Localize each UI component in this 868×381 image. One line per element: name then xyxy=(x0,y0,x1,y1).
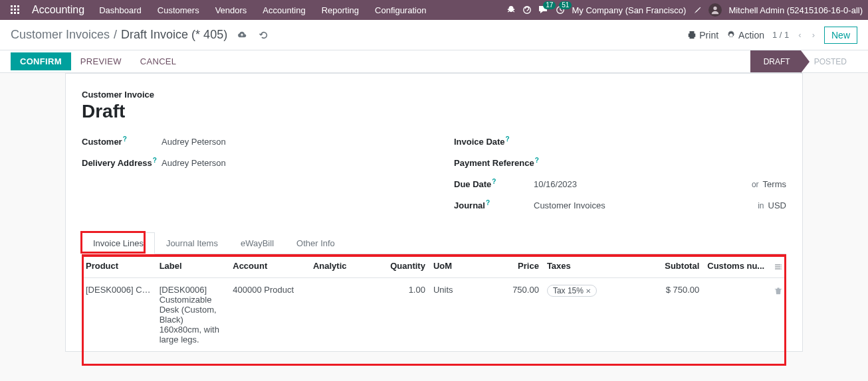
svg-rect-6 xyxy=(11,12,13,14)
tax-tag[interactable]: Tax 15%✕ xyxy=(547,285,597,297)
control-bar: Customer Invoices / Draft Invoice (* 405… xyxy=(0,20,868,50)
delivery-address-label: Delivery Address? xyxy=(82,157,162,168)
company-switcher[interactable]: My Company (San Francisco) xyxy=(572,5,686,15)
external-link-icon[interactable]: ➔ xyxy=(152,285,155,295)
col-taxes[interactable]: Taxes xyxy=(543,254,637,278)
svg-rect-2 xyxy=(17,5,19,7)
col-account[interactable]: Account xyxy=(229,254,309,278)
menu-configuration[interactable]: Configuration xyxy=(367,5,434,15)
cancel-button[interactable]: Cancel xyxy=(131,52,186,70)
svg-rect-5 xyxy=(17,9,19,11)
payment-reference-label: Payment Reference? xyxy=(454,157,547,168)
new-button[interactable]: New xyxy=(824,27,857,44)
status-bar: Confirm Preview Cancel DRAFT POSTED xyxy=(0,50,868,73)
menu-dashboard[interactable]: Dashboard xyxy=(91,5,150,15)
journal-label: Journal? xyxy=(454,199,534,210)
bug-icon[interactable] xyxy=(506,5,516,15)
invoice-lines-table: Product Label Account Analytic Quantity … xyxy=(82,254,786,351)
col-analytic[interactable]: Analytic xyxy=(309,254,376,278)
col-price[interactable]: Price xyxy=(476,254,543,278)
menu-reporting[interactable]: Reporting xyxy=(314,5,367,15)
notebook-tabs: Invoice Lines Journal Items eWayBill Oth… xyxy=(82,232,786,254)
systray: 17 51 My Company (San Francisco) Mitchel… xyxy=(506,3,863,17)
breadcrumb: Customer Invoices / Draft Invoice (* 405… xyxy=(11,28,227,42)
discard-icon[interactable] xyxy=(259,29,269,41)
col-subtotal[interactable]: Subtotal xyxy=(637,254,704,278)
delete-row-icon[interactable] xyxy=(770,278,786,352)
cell-account[interactable]: 400000 Product xyxy=(229,278,309,352)
apps-icon[interactable] xyxy=(5,5,25,15)
svg-point-9 xyxy=(524,7,531,14)
user-avatar[interactable] xyxy=(708,3,722,17)
col-label[interactable]: Label xyxy=(156,254,229,278)
journal-in: in xyxy=(754,201,768,210)
messages-badge: 17 xyxy=(543,1,556,9)
due-date-or: or xyxy=(748,180,763,189)
action-button[interactable]: Action xyxy=(726,30,764,40)
top-nav: Accounting Dashboard Customers Vendors A… xyxy=(0,0,868,20)
payment-terms-field[interactable]: Terms xyxy=(763,179,786,189)
svg-rect-7 xyxy=(14,12,16,14)
cell-price[interactable]: 750.00 xyxy=(476,278,543,352)
tab-other-info[interactable]: Other Info xyxy=(285,232,346,254)
messages-icon[interactable]: 17 xyxy=(538,5,549,15)
status-draft[interactable]: DRAFT xyxy=(750,50,801,72)
form-left-column: Customer? Audrey Peterson Delivery Addre… xyxy=(82,135,414,220)
due-date-field[interactable]: 10/16/2023 xyxy=(534,179,748,189)
cell-label[interactable]: [DESK0006] Customizable Desk (Custom, Bl… xyxy=(156,278,229,352)
customer-field[interactable]: Audrey Peterson xyxy=(162,137,414,147)
col-customs[interactable]: Customs nu... xyxy=(703,254,770,278)
svg-rect-1 xyxy=(14,5,16,7)
delivery-address-field[interactable]: Audrey Peterson xyxy=(162,158,414,168)
preview-button[interactable]: Preview xyxy=(71,52,131,70)
cloud-save-icon[interactable] xyxy=(237,29,247,41)
menu-accounting[interactable]: Accounting xyxy=(255,5,313,15)
form-sheet: Customer Invoice Draft Customer? Audrey … xyxy=(65,73,803,352)
print-button[interactable]: Print xyxy=(687,30,718,40)
user-menu[interactable]: Mitchell Admin (52415106-16-0-all) xyxy=(728,5,863,15)
record-title: Draft xyxy=(82,101,786,122)
journal-field[interactable]: Customer Invoices xyxy=(534,200,754,210)
activities-badge: 51 xyxy=(559,1,572,9)
svg-point-11 xyxy=(714,7,717,10)
due-date-label: Due Date? xyxy=(454,178,534,189)
col-product[interactable]: Product xyxy=(82,254,156,278)
currency-field[interactable]: USD xyxy=(768,200,786,210)
cell-product[interactable]: [DESK0006] Cus➔ xyxy=(82,278,156,352)
remove-tax-icon[interactable]: ✕ xyxy=(586,287,591,295)
cell-customs[interactable] xyxy=(703,278,770,352)
svg-rect-8 xyxy=(17,12,19,14)
cell-uom[interactable]: Units xyxy=(429,278,476,352)
table-row[interactable]: [DESK0006] Cus➔ [DESK0006] Customizable … xyxy=(82,278,786,352)
tab-invoice-lines[interactable]: Invoice Lines xyxy=(82,232,155,254)
support-icon[interactable] xyxy=(522,5,532,15)
customer-label: Customer? xyxy=(82,135,162,147)
confirm-button[interactable]: Confirm xyxy=(11,52,71,70)
col-options-icon[interactable] xyxy=(770,254,786,278)
cell-taxes[interactable]: Tax 15%✕ xyxy=(543,278,637,352)
col-quantity[interactable]: Quantity xyxy=(376,254,429,278)
table-header-row: Product Label Account Analytic Quantity … xyxy=(82,254,786,278)
breadcrumb-root[interactable]: Customer Invoices xyxy=(11,28,110,42)
pager-next-icon[interactable]: › xyxy=(811,30,816,40)
move-type-label: Customer Invoice xyxy=(82,90,786,100)
tab-ewaybill[interactable]: eWayBill xyxy=(229,232,285,254)
breadcrumb-current: Draft Invoice (* 405) xyxy=(121,28,227,42)
cell-analytic[interactable] xyxy=(309,278,376,352)
col-uom[interactable]: UoM xyxy=(429,254,476,278)
menu-customers[interactable]: Customers xyxy=(150,5,207,15)
activities-icon[interactable]: 51 xyxy=(556,5,565,15)
main-menus: Dashboard Customers Vendors Accounting R… xyxy=(91,5,506,15)
tab-journal-items[interactable]: Journal Items xyxy=(155,232,229,254)
menu-vendors[interactable]: Vendors xyxy=(207,5,255,15)
pager-prev-icon[interactable]: ‹ xyxy=(797,30,802,40)
pager: 1 / 1 xyxy=(772,30,789,40)
invoice-date-label: Invoice Date? xyxy=(454,135,534,147)
svg-rect-4 xyxy=(14,9,16,11)
svg-rect-3 xyxy=(11,9,13,11)
app-name[interactable]: Accounting xyxy=(25,4,91,16)
cell-quantity[interactable]: 1.00 xyxy=(376,278,429,352)
tools-icon[interactable] xyxy=(693,5,702,15)
cell-subtotal: $ 750.00 xyxy=(637,278,704,352)
svg-rect-0 xyxy=(11,5,13,7)
